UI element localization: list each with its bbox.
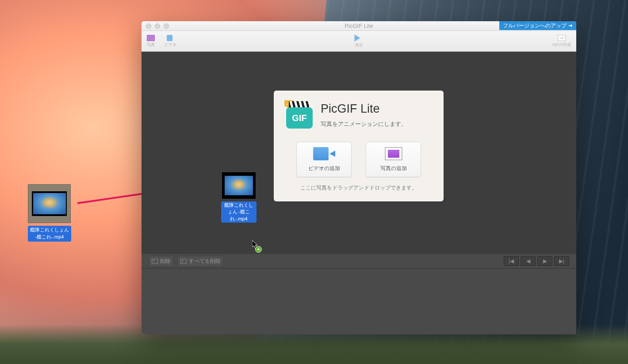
- delete-button[interactable]: 削除: [149, 256, 174, 267]
- last-icon: ▶|: [559, 258, 564, 264]
- drag-ghost: 艦隊これくしょん -艦これ-.mp4: [221, 172, 257, 223]
- toolbar-photo-label: 写真: [147, 42, 155, 48]
- play-icon: [354, 34, 364, 42]
- toolbar-play-button[interactable]: 再生: [354, 34, 364, 48]
- image-icon: [152, 259, 158, 264]
- nav-prev-button[interactable]: ◀: [521, 256, 536, 266]
- clapper-icon: [289, 101, 310, 107]
- frame-nav: |◀ ◀ ▶ ▶|: [504, 256, 569, 266]
- nav-last-button[interactable]: ▶|: [554, 256, 569, 266]
- canvas-area[interactable]: LITE GIF PicGIF Lite 写真をアニメーションにします。 ビデオ…: [142, 52, 576, 254]
- prev-icon: ◀: [526, 258, 530, 264]
- nav-first-button[interactable]: |◀: [504, 256, 519, 266]
- toolbar-gif-label: GIFの作成: [552, 42, 571, 48]
- toolbar: 写真 ビデオ 再生 GIF GIFの作成: [142, 31, 576, 52]
- ghost-thumbnail: [222, 172, 256, 199]
- ghost-label: 艦隊これくしょん -艦これ-.mp4: [221, 201, 257, 223]
- file-label: 艦隊これくしょん -艦これ-.mp4: [28, 226, 71, 242]
- arrow-right-icon: ➜: [568, 23, 573, 29]
- image-icon: [180, 259, 187, 264]
- toolbar-photo-button[interactable]: 写真: [147, 35, 155, 48]
- next-icon: ▶: [543, 258, 547, 264]
- upgrade-label: フルバージョンへのアップ: [503, 22, 567, 30]
- first-icon: |◀: [509, 258, 514, 264]
- frame-toolstrip: 削除 すべてを削除 |◀ ◀ ▶ ▶|: [142, 254, 576, 268]
- nav-next-button[interactable]: ▶: [537, 256, 552, 266]
- photo-icon: [385, 147, 402, 160]
- video-icon: [313, 147, 335, 160]
- desktop-file[interactable]: 艦隊これくしょん -艦これ-.mp4: [28, 184, 71, 242]
- add-photo-label: 写真の追加: [380, 165, 407, 172]
- delete-all-label: すべてを削除: [189, 258, 221, 265]
- photo-icon: [147, 35, 155, 41]
- welcome-subtitle: 写真をアニメーションにします。: [321, 120, 407, 128]
- file-thumbnail: [28, 184, 71, 223]
- toolbar-video-button[interactable]: ビデオ: [165, 35, 176, 48]
- titlebar[interactable]: PicGIF Lite フルバージョンへのアップ ➜: [142, 21, 576, 31]
- add-photo-button[interactable]: 写真の追加: [366, 142, 421, 177]
- toolbar-create-gif-button[interactable]: GIF GIFの作成: [552, 35, 571, 48]
- drop-hint: ここに写真をドラッグアンドドロップできます。: [286, 184, 431, 192]
- add-video-button[interactable]: ビデオの追加: [296, 142, 352, 177]
- delete-label: 削除: [160, 258, 171, 265]
- app-icon: LITE GIF: [286, 102, 313, 129]
- app-window: PicGIF Lite フルバージョンへのアップ ➜ 写真 ビデオ 再生 GIF…: [142, 21, 576, 334]
- toolbar-video-label: ビデオ: [165, 42, 176, 48]
- delete-all-button[interactable]: すべてを削除: [177, 256, 224, 267]
- add-video-label: ビデオの追加: [308, 165, 340, 172]
- video-icon: [167, 35, 175, 41]
- thumbnail-strip[interactable]: [142, 268, 576, 334]
- drag-copy-badge-icon: +: [255, 246, 262, 253]
- upgrade-button[interactable]: フルバージョンへのアップ ➜: [499, 21, 576, 30]
- gif-icon: GIF: [558, 35, 566, 41]
- welcome-title: PicGIF Lite: [321, 102, 407, 116]
- welcome-panel: LITE GIF PicGIF Lite 写真をアニメーションにします。 ビデオ…: [274, 91, 444, 201]
- gif-icon-text: GIF: [286, 107, 313, 129]
- toolbar-play-label: 再生: [355, 42, 363, 48]
